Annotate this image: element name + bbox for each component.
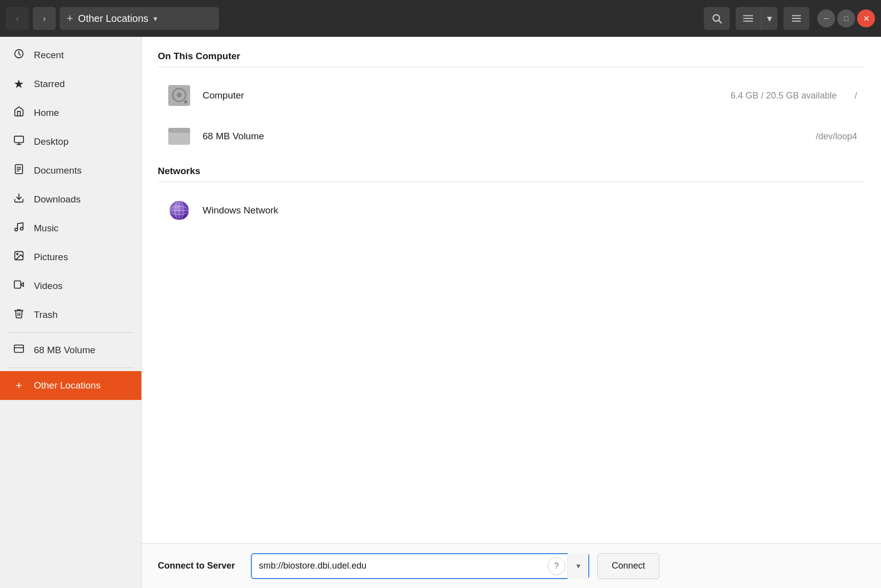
trash-icon: [12, 308, 26, 322]
sidebar-separator-1: [8, 332, 133, 333]
svg-rect-27: [14, 345, 23, 353]
computer-section-separator: [158, 67, 865, 67]
new-tab-icon: +: [67, 12, 73, 25]
close-button[interactable]: ✕: [857, 9, 875, 27]
hamburger-menu-button[interactable]: [783, 7, 809, 30]
content-body: On This Computer Computer 6.4 GB / 20.5 …: [142, 37, 881, 543]
sidebar-item-music-label: Music: [34, 223, 59, 234]
sidebar-item-other-locations[interactable]: + Other Locations: [0, 371, 141, 400]
location-dropdown-icon: ▾: [153, 14, 157, 23]
volume-path: /dev/loop4: [816, 131, 857, 142]
sidebar-item-pictures[interactable]: Pictures: [0, 243, 141, 272]
computer-storage: 6.4 GB / 20.5 GB available: [731, 91, 837, 101]
networks-title: Networks: [158, 166, 865, 177]
videos-icon: [12, 279, 26, 293]
help-icon: ?: [554, 562, 559, 571]
sidebar-item-trash-label: Trash: [34, 309, 58, 320]
volume-location-icon: [166, 123, 193, 150]
other-locations-icon: +: [12, 379, 26, 392]
sidebar-item-starred[interactable]: ★ Starred: [0, 70, 141, 98]
home-icon: [12, 106, 26, 120]
location-text: Other Locations: [78, 13, 148, 24]
documents-icon: [12, 164, 26, 178]
svg-line-1: [719, 20, 721, 23]
computer-path: /: [855, 91, 857, 101]
sidebar-item-trash[interactable]: Trash: [0, 300, 141, 329]
starred-icon: ★: [12, 77, 26, 91]
windows-network-row[interactable]: Windows Network: [158, 190, 865, 231]
svg-point-20: [15, 228, 18, 231]
sidebar-item-downloads[interactable]: Downloads: [0, 185, 141, 214]
connect-help-button[interactable]: ?: [548, 557, 565, 575]
back-button[interactable]: ‹: [6, 7, 29, 30]
sidebar-item-other-locations-label: Other Locations: [34, 380, 101, 391]
networks-section-separator: [158, 182, 865, 182]
connect-label: Connect to Server: [158, 561, 235, 571]
minimize-button[interactable]: ─: [817, 9, 835, 27]
music-icon: [12, 221, 26, 235]
maximize-button[interactable]: □: [837, 9, 855, 27]
sidebar-item-recent[interactable]: Recent: [0, 41, 141, 70]
svg-point-7: [743, 20, 744, 22]
sidebar-item-home-label: Home: [34, 107, 59, 118]
computer-icon: [166, 82, 193, 109]
connect-button[interactable]: Connect: [597, 553, 660, 579]
sidebar-item-pictures-label: Pictures: [34, 252, 68, 263]
volume-icon: [12, 343, 26, 357]
connect-server-input[interactable]: [252, 561, 548, 571]
svg-point-5: [743, 15, 744, 16]
sidebar-item-68mb-volume[interactable]: 68 MB Volume: [0, 336, 141, 365]
recent-icon: [12, 48, 26, 62]
view-list-button[interactable]: [736, 7, 762, 30]
computer-row[interactable]: Computer 6.4 GB / 20.5 GB available /: [158, 75, 865, 116]
sidebar-item-videos[interactable]: Videos: [0, 272, 141, 300]
volume-row[interactable]: 68 MB Volume /dev/loop4: [158, 116, 865, 157]
sidebar-item-documents-label: Documents: [34, 165, 82, 176]
svg-rect-24: [14, 281, 21, 289]
on-this-computer-title: On This Computer: [158, 51, 865, 62]
dropdown-arrow-icon: ▾: [576, 561, 580, 571]
titlebar: ‹ › + Other Locations ▾ ▾: [0, 0, 881, 37]
svg-point-6: [743, 18, 744, 19]
sidebar-separator-2: [8, 368, 133, 368]
svg-point-21: [20, 227, 23, 230]
pictures-icon: [12, 250, 26, 264]
content-panel: On This Computer Computer 6.4 GB / 20.5 …: [142, 37, 881, 588]
svg-point-31: [177, 93, 182, 98]
svg-point-32: [184, 100, 187, 103]
svg-rect-34: [168, 128, 190, 133]
desktop-icon: [12, 135, 26, 149]
svg-rect-12: [14, 136, 23, 143]
window-controls: ─ □ ✕: [817, 9, 875, 27]
svg-point-23: [16, 253, 18, 255]
downloads-icon: [12, 193, 26, 206]
view-dropdown-button[interactable]: ▾: [762, 7, 777, 30]
windows-network-name: Windows Network: [203, 205, 857, 216]
sidebar-item-music[interactable]: Music: [0, 214, 141, 243]
location-bar[interactable]: + Other Locations ▾: [60, 7, 219, 30]
sidebar-item-desktop-label: Desktop: [34, 136, 69, 147]
sidebar-item-home[interactable]: Home: [0, 98, 141, 127]
windows-network-icon: [166, 197, 193, 224]
sidebar-item-recent-label: Recent: [34, 50, 64, 61]
sidebar-item-documents[interactable]: Documents: [0, 156, 141, 185]
sidebar-item-desktop[interactable]: Desktop: [0, 127, 141, 156]
forward-button[interactable]: ›: [33, 7, 56, 30]
main-area: Recent ★ Starred Home De: [0, 37, 881, 588]
sidebar: Recent ★ Starred Home De: [0, 37, 142, 588]
search-button[interactable]: [704, 7, 730, 30]
sidebar-item-68mb-label: 68 MB Volume: [34, 345, 96, 356]
sidebar-item-downloads-label: Downloads: [34, 194, 81, 205]
connect-input-wrap[interactable]: ? ▾: [251, 553, 589, 579]
volume-name: 68 MB Volume: [203, 131, 806, 142]
sidebar-item-starred-label: Starred: [34, 79, 65, 90]
sidebar-item-videos-label: Videos: [34, 281, 63, 292]
computer-name: Computer: [203, 90, 721, 101]
connect-history-dropdown-button[interactable]: ▾: [567, 553, 588, 579]
connect-to-server-bar: Connect to Server ? ▾ Connect: [142, 543, 881, 588]
